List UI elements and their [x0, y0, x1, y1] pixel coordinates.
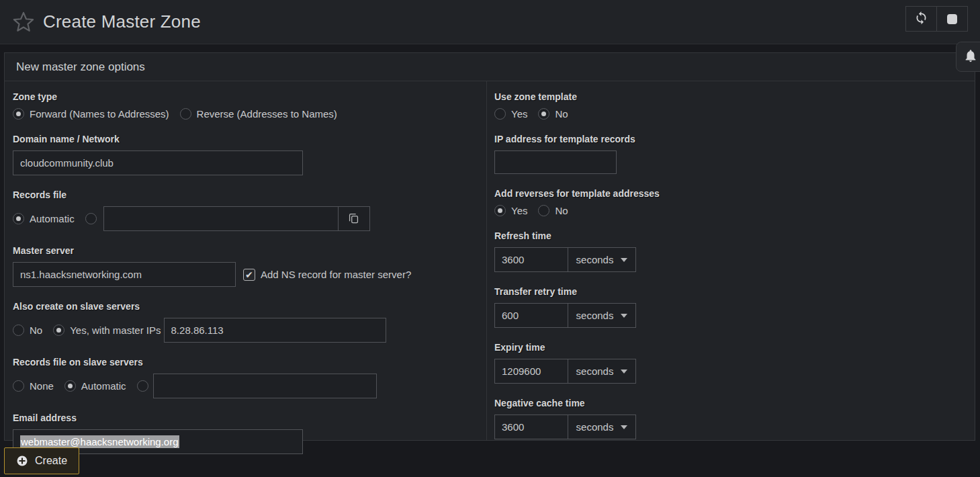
- new-master-zone-panel: New master zone options Zone type Forwar…: [4, 52, 975, 441]
- top-header-bar: Create Master Zone: [0, 0, 980, 44]
- zone-template-no-label[interactable]: No: [555, 108, 568, 120]
- page: Create Master Zone New master zone optio…: [0, 0, 980, 477]
- refresh-button[interactable]: [905, 6, 937, 32]
- expiry-time-unit-select[interactable]: seconds: [568, 359, 636, 384]
- refresh-icon: [914, 11, 928, 27]
- zone-type-reverse-radio[interactable]: [180, 108, 191, 120]
- master-ips-input[interactable]: [164, 318, 386, 343]
- negative-cache-label: Negative cache time: [494, 398, 967, 408]
- negative-cache-unit-select[interactable]: seconds: [568, 415, 636, 439]
- stop-button[interactable]: [936, 6, 968, 32]
- add-ns-record-checkbox[interactable]: [243, 269, 255, 281]
- retry-time-label: Transfer retry time: [494, 286, 967, 297]
- refresh-time-input[interactable]: [494, 247, 568, 272]
- zone-type-forward-radio[interactable]: [13, 108, 24, 120]
- retry-time-input[interactable]: [494, 303, 568, 328]
- domain-name-input[interactable]: [13, 150, 303, 175]
- plus-circle-icon: [16, 455, 28, 467]
- right-column: Use zone template Yes No IP address for …: [487, 81, 975, 440]
- add-reverses-no-radio[interactable]: [538, 205, 549, 216]
- slave-create-field: Also create on slave servers No Yes, wit…: [13, 301, 478, 343]
- slave-records-custom-radio[interactable]: [137, 380, 148, 392]
- add-reverses-yes-radio[interactable]: [494, 205, 506, 216]
- retry-time-unit-select[interactable]: seconds: [568, 303, 636, 328]
- records-file-automatic-radio[interactable]: [13, 213, 24, 224]
- records-file-custom-radio[interactable]: [85, 213, 97, 224]
- create-button[interactable]: Create: [4, 447, 79, 474]
- expiry-time-label: Expiry time: [494, 342, 967, 353]
- email-label: Email address: [13, 413, 478, 423]
- add-reverses-field: Add reverses for template addresses Yes …: [494, 188, 967, 216]
- zone-type-reverse-label[interactable]: Reverse (Addresses to Names): [197, 108, 337, 120]
- refresh-time-unit-select[interactable]: seconds: [568, 247, 636, 272]
- records-file-automatic-label[interactable]: Automatic: [30, 213, 75, 224]
- chevron-down-icon: [621, 258, 627, 262]
- negative-cache-field: Negative cache time seconds: [494, 398, 967, 439]
- zone-type-label: Zone type: [13, 91, 478, 102]
- add-reverses-yes-label[interactable]: Yes: [511, 205, 527, 216]
- expiry-time-input[interactable]: [494, 359, 568, 384]
- domain-name-field: Domain name / Network: [13, 134, 478, 175]
- slave-records-field: Records file on slave servers None Autom…: [13, 357, 478, 398]
- email-field-group: Email address webmaster@haacksnetworking…: [13, 413, 478, 454]
- zone-template-yes-radio[interactable]: [494, 108, 506, 120]
- add-reverses-label: Add reverses for template addresses: [494, 188, 967, 199]
- slave-records-automatic-label[interactable]: Automatic: [81, 380, 126, 392]
- records-file-label: Records file: [13, 189, 478, 200]
- zone-type-field: Zone type Forward (Names to Addresses) R…: [13, 91, 478, 120]
- refresh-time-label: Refresh time: [494, 230, 967, 241]
- master-server-label: Master server: [13, 245, 478, 256]
- panel-title: New master zone options: [5, 53, 975, 81]
- template-ip-label: IP address for template records: [494, 134, 967, 144]
- chevron-down-icon: [621, 370, 627, 374]
- panel-body: Zone type Forward (Names to Addresses) R…: [5, 81, 975, 440]
- slave-create-yes-label[interactable]: Yes, with master IPs: [70, 324, 161, 336]
- expiry-time-field: Expiry time seconds: [494, 342, 967, 384]
- add-reverses-no-label[interactable]: No: [555, 205, 568, 216]
- domain-name-label: Domain name / Network: [13, 134, 478, 144]
- stop-icon: [947, 14, 957, 24]
- template-ip-field: IP address for template records: [494, 134, 967, 174]
- create-button-label: Create: [35, 455, 67, 467]
- slave-create-yes-radio[interactable]: [53, 324, 64, 336]
- expiry-time-unit-value: seconds: [576, 365, 614, 377]
- zone-template-field: Use zone template Yes No: [494, 91, 967, 120]
- add-ns-record-label[interactable]: Add NS record for master server?: [261, 269, 411, 280]
- header-actions: [905, 6, 968, 32]
- retry-time-field: Transfer retry time seconds: [494, 286, 967, 328]
- negative-cache-unit-value: seconds: [576, 421, 614, 433]
- slave-records-none-radio[interactable]: [13, 380, 24, 392]
- email-selected-text: webmaster@haacksnetworking.org: [20, 435, 179, 448]
- chevron-down-icon: [621, 425, 627, 429]
- zone-template-yes-label[interactable]: Yes: [511, 108, 527, 120]
- slave-records-file-input[interactable]: [153, 374, 377, 398]
- refresh-time-unit-value: seconds: [576, 254, 614, 265]
- favorite-star-icon[interactable]: [11, 9, 36, 35]
- retry-time-unit-value: seconds: [576, 310, 614, 321]
- template-ip-input[interactable]: [494, 150, 617, 174]
- master-server-input[interactable]: [13, 262, 236, 287]
- bell-icon: [963, 48, 978, 66]
- master-server-field: Master server Add NS record for master s…: [13, 245, 478, 287]
- page-title: Create Master Zone: [43, 11, 201, 32]
- records-file-field: Records file Automatic: [13, 189, 478, 231]
- records-file-input[interactable]: [103, 206, 339, 231]
- slave-create-no-label[interactable]: No: [30, 324, 42, 336]
- negative-cache-input[interactable]: [494, 415, 568, 439]
- choose-file-button[interactable]: [338, 206, 370, 231]
- notifications-tab[interactable]: [956, 42, 980, 72]
- zone-template-no-radio[interactable]: [538, 108, 549, 120]
- slave-create-label: Also create on slave servers: [13, 301, 478, 312]
- slave-records-automatic-radio[interactable]: [64, 380, 76, 392]
- zone-type-forward-label[interactable]: Forward (Names to Addresses): [30, 108, 169, 120]
- left-column: Zone type Forward (Names to Addresses) R…: [5, 81, 487, 440]
- slave-records-none-label[interactable]: None: [30, 380, 54, 392]
- refresh-time-field: Refresh time seconds: [494, 230, 967, 272]
- slave-create-no-radio[interactable]: [13, 324, 24, 336]
- zone-template-label: Use zone template: [494, 91, 967, 102]
- copy-file-icon: [347, 212, 360, 226]
- chevron-down-icon: [621, 314, 627, 318]
- slave-records-label: Records file on slave servers: [13, 357, 478, 367]
